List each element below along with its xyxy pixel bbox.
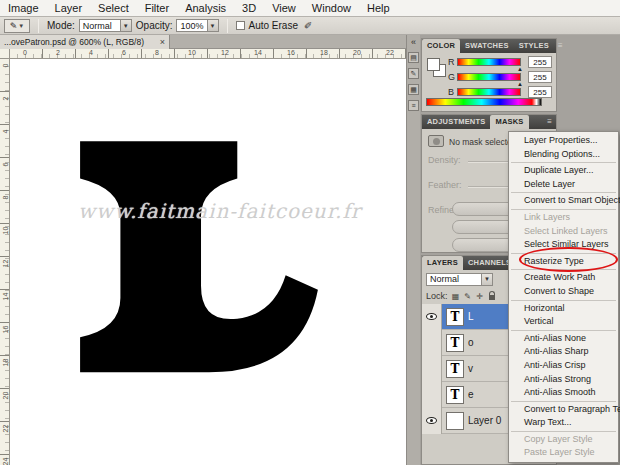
tab-adjustments[interactable]: ADJUSTMENTS — [422, 115, 490, 129]
dock-panel-icon-2[interactable]: ✎ — [408, 68, 419, 79]
tab-masks[interactable]: MASKS — [490, 115, 528, 129]
auto-erase-checkbox[interactable] — [236, 21, 245, 30]
channel-slider[interactable]: ▲ — [457, 73, 521, 81]
menu-analysis[interactable]: Analysis — [177, 0, 234, 17]
menu-3d[interactable]: 3D — [234, 0, 264, 17]
context-menu-item-convert-to-shape[interactable]: Convert to Shape — [509, 285, 618, 299]
color-panel-menu-icon[interactable]: ≡ — [554, 39, 567, 53]
layer-thumbnail[interactable] — [446, 412, 464, 430]
tab-layers[interactable]: LAYERS — [422, 256, 463, 270]
layer-name: Layer 0 — [468, 415, 501, 426]
context-menu-item-convert-to-paragraph-text[interactable]: Convert to Paragraph Text — [509, 403, 618, 417]
channel-label: B — [448, 87, 454, 97]
context-menu-item-vertical[interactable]: Vertical — [509, 315, 618, 329]
ruler-number: 6 — [122, 49, 126, 56]
context-menu-item-delete-layer[interactable]: Delete Layer — [509, 178, 618, 192]
menu-layer[interactable]: Layer — [47, 0, 91, 17]
context-menu-item-layer-properties[interactable]: Layer Properties... — [509, 134, 618, 148]
tab-color[interactable]: COLOR — [422, 39, 460, 53]
context-menu-item-create-work-path[interactable]: Create Work Path — [509, 271, 618, 285]
context-menu-item-select-similar-layers[interactable]: Select Similar Layers — [509, 238, 618, 252]
canvas-letter-L — [68, 129, 330, 397]
dock-panel-icon-3[interactable]: ▦ — [408, 84, 419, 95]
context-menu-item-anti-alias-smooth[interactable]: Anti-Alias Smooth — [509, 386, 618, 400]
visibility-toggle[interactable] — [422, 330, 442, 356]
blend-mode-arrow-icon[interactable]: ▼ — [482, 273, 493, 286]
foreground-color-swatch[interactable] — [427, 58, 440, 71]
color-panel-content: R▲255G▲255B▲255 — [422, 53, 556, 111]
context-menu-item-anti-alias-strong[interactable]: Anti-Alias Strong — [509, 373, 618, 387]
visibility-toggle[interactable] — [422, 408, 442, 434]
menu-view[interactable]: View — [264, 0, 304, 17]
lock-transparency-icon[interactable]: ▦ — [451, 292, 461, 301]
menu-help[interactable]: Help — [359, 0, 398, 17]
tool-preset-picker[interactable]: ✎ ▼ — [4, 19, 30, 33]
context-menu-item-link-layers[interactable]: Link Layers — [509, 211, 618, 225]
ruler-number: 2 — [2, 94, 9, 104]
context-menu-item-copy-layer-style[interactable]: Copy Layer Style — [509, 433, 618, 447]
mode-select[interactable]: Normal — [79, 19, 121, 32]
context-menu-item-horizontal[interactable]: Horizontal — [509, 302, 618, 316]
context-menu-item-anti-alias-none[interactable]: Anti-Alias None — [509, 332, 618, 346]
ruler-number: 20 — [2, 391, 9, 401]
context-menu-item-anti-alias-crisp[interactable]: Anti-Alias Crisp — [509, 359, 618, 373]
layer-thumbnail[interactable]: T — [446, 334, 464, 352]
context-menu-item-duplicate-layer[interactable]: Duplicate Layer... — [509, 164, 618, 178]
ruler-number: 16 — [287, 49, 295, 56]
lock-position-icon[interactable]: ✛ — [475, 292, 485, 301]
layer-thumbnail[interactable]: T — [446, 308, 464, 326]
channel-value-input[interactable]: 255 — [528, 86, 552, 98]
menu-separator — [511, 401, 616, 402]
channel-label: G — [448, 72, 455, 82]
channel-value-input[interactable]: 255 — [528, 71, 552, 83]
channel-slider[interactable]: ▲ — [457, 58, 521, 66]
menu-separator — [511, 269, 616, 270]
tool-options-bar: ✎ ▼ Mode: Normal ▼ Opacity: 100% ▼ Auto … — [0, 17, 620, 35]
menu-window[interactable]: Window — [304, 0, 359, 17]
ruler-corner — [0, 49, 10, 59]
close-icon[interactable]: × — [160, 37, 165, 47]
brush-icon[interactable]: ✐ — [302, 20, 314, 31]
menu-separator — [511, 300, 616, 301]
context-menu-item-convert-to-smart-object[interactable]: Convert to Smart Object — [509, 194, 618, 208]
pencil-tool-icon: ✎ — [10, 21, 18, 31]
context-menu-item-blending-options[interactable]: Blending Options... — [509, 148, 618, 162]
lock-paint-icon[interactable]: ✎ — [463, 292, 473, 301]
channel-value-input[interactable]: 255 — [528, 56, 552, 68]
document-tab[interactable]: ...ovePatron.psd @ 600% (L, RGB/8) × — [0, 35, 170, 49]
dock-collapse-icon[interactable]: « — [411, 37, 416, 47]
layer-thumbnail[interactable]: T — [446, 360, 464, 378]
color-spectrum-ramp[interactable] — [426, 98, 542, 106]
context-menu-item-select-linked-layers[interactable]: Select Linked Layers — [509, 225, 618, 239]
opacity-arrow-icon[interactable]: ▼ — [208, 19, 219, 32]
visibility-toggle[interactable] — [422, 304, 442, 330]
dock-panel-icon-1[interactable]: ▤ — [408, 52, 419, 63]
ruler-number: 22 — [2, 424, 9, 434]
context-menu-item-paste-layer-style[interactable]: Paste Layer Style — [509, 446, 618, 460]
masks-panel-menu-icon[interactable]: ≡ — [543, 115, 556, 129]
menu-select[interactable]: Select — [90, 0, 137, 17]
watermark-text: www.faitmain-faitcoeur.fr — [78, 199, 418, 223]
tab-styles[interactable]: STYLES — [514, 39, 554, 53]
lock-all-icon[interactable] — [487, 292, 497, 301]
document-canvas[interactable]: www.faitmain-faitcoeur.fr — [10, 59, 406, 465]
tab-swatches[interactable]: SWATCHES — [460, 39, 514, 53]
blend-mode-select[interactable]: Normal — [426, 273, 482, 286]
opacity-input[interactable]: 100% — [176, 19, 207, 32]
channel-slider[interactable]: ▲ — [457, 88, 521, 96]
dock-panel-icon-4[interactable]: ≡ — [408, 100, 419, 111]
layer-thumbnail[interactable]: T — [446, 386, 464, 404]
eye-icon — [426, 417, 437, 424]
context-menu-item-anti-alias-sharp[interactable]: Anti-Alias Sharp — [509, 345, 618, 359]
visibility-toggle[interactable] — [422, 356, 442, 382]
menu-image[interactable]: Image — [0, 0, 47, 17]
document-title: ...ovePatron.psd @ 600% (L, RGB/8) — [4, 37, 144, 47]
menu-filter[interactable]: Filter — [137, 0, 177, 17]
context-menu-item-warp-text[interactable]: Warp Text... — [509, 416, 618, 430]
mode-select-arrow-icon[interactable]: ▼ — [121, 19, 132, 32]
ruler-number: 18 — [320, 49, 328, 56]
visibility-toggle[interactable] — [422, 382, 442, 408]
menu-separator — [511, 209, 616, 210]
context-menu-item-rasterize-type[interactable]: Rasterize Type — [509, 255, 618, 269]
menu-bar: ImageLayerSelectFilterAnalysis3DViewWind… — [0, 0, 620, 17]
